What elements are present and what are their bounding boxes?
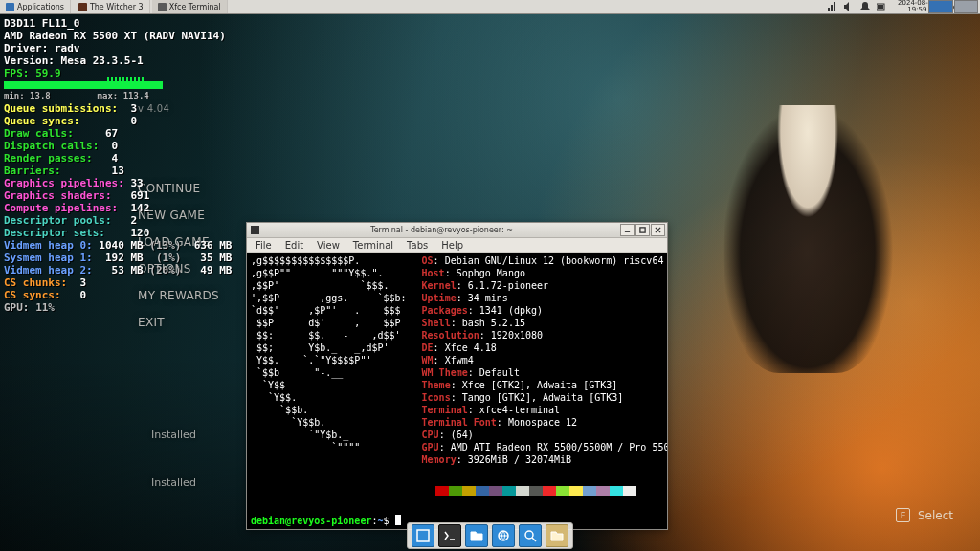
hud-barriers-k: Barriers: [4,165,61,177]
hud-queue-sync-v: 0 [130,115,137,127]
dock-show-desktop[interactable] [412,524,434,547]
neofetch-ascii-logo: ,g$$$$$$$$$$$$$$$P. ,g$$P"" """Y$$.". ,$… [251,254,407,496]
terminal-title: Terminal - debian@revyos-pioneer: ~ [263,226,620,234]
hud-render-k: Render passes: [4,152,93,165]
workspace-pager[interactable] [928,0,978,13]
hud-css-v: 0 [79,289,86,301]
neofetch-info: OS: Debian GNU/Linux 12 (bookworm) riscv… [422,254,667,496]
menu-help[interactable]: Help [434,240,470,251]
power-icon[interactable] [877,2,886,11]
terminal-title-icon [251,226,259,234]
volume-icon[interactable] [844,2,854,11]
hud-gpipe-v: 33 [130,177,143,189]
neofetch-row: WM: Xfwm4 [422,354,667,366]
hud-csc-v: 3 [79,276,86,289]
neofetch-row: Uptime: 34 mins [422,292,667,304]
menu-terminal[interactable]: Terminal [346,240,400,251]
network-icon[interactable] [828,2,837,11]
menu-file[interactable]: File [249,240,278,251]
dock-file-manager[interactable] [465,524,488,547]
game-select-hint: E Select [896,508,953,522]
hud-fps-value: 59.9 [35,67,61,79]
neofetch-row: OS: Debian GNU/Linux 12 (bookworm) riscv… [422,254,667,267]
dlc-installed-1: Installed [151,429,196,441]
hud-driver: Driver: radv [4,42,232,55]
maximize-button[interactable] [635,224,650,236]
taskbar-witcher[interactable]: The Witcher 3 [73,0,150,13]
neofetch-row: Packages: 1341 (dpkg) [422,304,667,317]
terminal-body[interactable]: ,g$$$$$$$$$$$$$$$P. ,g$$P"" """Y$$.". ,$… [247,253,667,529]
close-button[interactable] [651,224,665,236]
hud-draw-k: Draw calls: [4,127,74,140]
applications-menu-button[interactable]: Applications [0,0,71,13]
neofetch-row: Theme: Xfce [GTK2], Adwaita [GTK3] [422,379,667,391]
hud-vh0-b: 636 MB [194,239,233,252]
hud-dset-k: Descriptor sets: [4,227,105,239]
dock-folder[interactable] [546,524,568,547]
hud-vh0-a: 1040 MB [99,239,143,252]
hud-gshad-v: 691 [130,189,149,202]
desktop: Applications The Witcher 3 Xfce Terminal… [0,0,980,551]
neofetch-row: CPU: (64) [422,429,667,441]
notifications-icon[interactable] [860,2,870,11]
hud-gshad-k: Graphics shaders: [4,189,112,202]
hud-vh2-k: Vidmem heap 2: [4,264,93,276]
hud-queue-sync-k: Queue syncs: [4,115,79,127]
hud-gpuu-v: 11% [35,301,55,314]
neofetch-row: GPU: AMD ATI Radeon RX 5500/5500M / Pro … [422,441,667,453]
hud-vh0-k: Vidmem heap 0: [4,239,93,252]
hud-dispatch-k: Dispatch calls: [4,140,99,152]
dock-terminal[interactable] [438,524,461,547]
taskbar-terminal[interactable]: Xfce Terminal [152,0,228,13]
hud-vh1-p: (1%) [156,252,182,264]
hud-render-v: 4 [112,152,119,165]
hud-queue-sub-k: Queue submissions: [4,102,118,115]
hud-dpool-k: Descriptor pools: [4,214,112,227]
witcher-icon [78,3,87,11]
game-character-art [722,105,894,373]
neofetch-row: Host: Sophgo Mango [422,267,667,279]
hud-csc-k: CS chunks: [4,276,67,289]
neofetch-color-palette [422,486,667,496]
neofetch-row: Icons: Tango [GTK2], Adwaita [GTK3] [422,391,667,404]
system-tray [822,2,892,11]
neofetch-row: Kernel: 6.1.72-pioneer [422,279,667,292]
neofetch-row: DE: Xfce 4.18 [422,342,667,354]
neofetch-row: Resolution: 1920x1080 [422,329,667,342]
bottom-dock [407,522,573,549]
dock-web-browser[interactable] [492,524,515,547]
performance-overlay: D3D11 FL11_0 AMD Radeon RX 5500 XT (RADV… [4,17,232,314]
neofetch-row: Shell: bash 5.2.15 [422,317,667,329]
dock-search[interactable] [519,524,542,547]
hud-vh1-k: Sysmem heap 1: [4,252,93,264]
workspace-2[interactable] [954,0,979,13]
hud-gpuu-k: GPU: [4,301,30,314]
svg-point-5 [525,531,533,539]
hud-draw-v: 67 [105,127,118,140]
terminal-titlebar[interactable]: Terminal - debian@revyos-pioneer: ~ [247,223,667,238]
minimize-button[interactable] [620,224,635,236]
menu-view[interactable]: View [310,240,346,251]
top-panel: Applications The Witcher 3 Xfce Terminal… [0,0,980,14]
hud-min: min: 13.8 [4,91,51,100]
hud-gpipe-k: Graphics pipelines: [4,177,124,189]
hud-vh2-b: 49 MB [200,264,232,276]
terminal-prompt: debian@revyos-pioneer:~$ [251,515,401,527]
select-key: E [896,508,910,522]
hud-css-k: CS syncs: [4,289,61,301]
hud-queue-sub-v: 3 [130,102,137,115]
svg-rect-2 [640,228,645,232]
select-label: Select [918,509,953,522]
hud-fps-graph [4,81,163,89]
hud-api: D3D11 FL11_0 [4,17,232,30]
hud-vh1-b: 35 MB [200,252,232,264]
taskbar-terminal-label: Xfce Terminal [169,3,221,11]
terminal-window: Terminal - debian@revyos-pioneer: ~ File… [246,222,668,530]
terminal-menubar: File Edit View Terminal Tabs Help [247,238,667,253]
hud-gpu-name: AMD Radeon RX 5500 XT (RADV NAVI14) [4,30,232,42]
hud-dispatch-v: 0 [112,140,119,152]
hud-vh2-p: (20%) [149,264,181,276]
menu-tabs[interactable]: Tabs [400,240,434,251]
menu-edit[interactable]: Edit [278,240,310,251]
workspace-1[interactable] [928,0,953,13]
